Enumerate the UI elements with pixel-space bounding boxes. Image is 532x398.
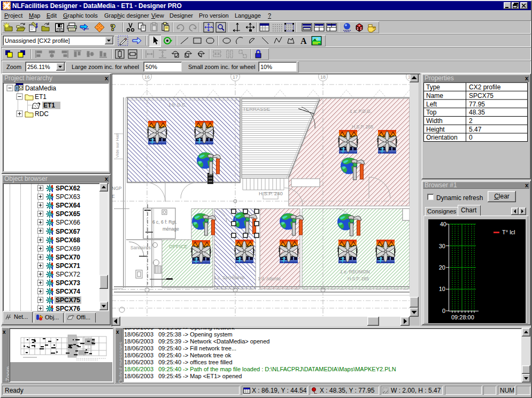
svg-text:TERRASSE: TERRASSE: [243, 106, 270, 112]
svg-text:1 d. Attente: 1 d. Attente: [258, 276, 281, 281]
svg-text:6 c, 6 f: Rgt.: 6 c, 6 f: Rgt.: [152, 219, 177, 225]
svg-text:?: ?: [111, 22, 115, 33]
svg-text:OFFICE: OFFICE: [169, 243, 188, 249]
svg-text:H.S.P. 265: H.S.P. 265: [348, 276, 369, 281]
svg-text:1 b: D.G.: 1 b: D.G.: [168, 102, 187, 108]
svg-text:H.S.P. 265: H.S.P. 265: [352, 124, 373, 129]
svg-text:0: 0: [316, 37, 318, 41]
svg-text:16: 16: [144, 74, 150, 80]
svg-text:18: 18: [320, 74, 326, 80]
svg-text:Vide sur Hall: Vide sur Hall: [115, 134, 120, 158]
svg-text:H.S.P. 240: H.S.P. 240: [259, 190, 283, 196]
svg-text:NGP: NGP: [112, 186, 122, 191]
svg-text:E: E: [112, 194, 115, 199]
svg-text:A: A: [300, 36, 307, 45]
svg-text:1 e. RÉUNION: 1 e. RÉUNION: [340, 269, 370, 274]
svg-text:17: 17: [233, 74, 238, 80]
svg-text:1 a: P.D.G.: 1 a: P.D.G.: [350, 109, 372, 114]
svg-text:Sanitaires: Sanitaires: [130, 245, 151, 250]
svg-text:ménage: ménage: [163, 226, 179, 232]
svg-text:1 c. Secrétariat: 1 c. Secrétariat: [214, 275, 245, 280]
